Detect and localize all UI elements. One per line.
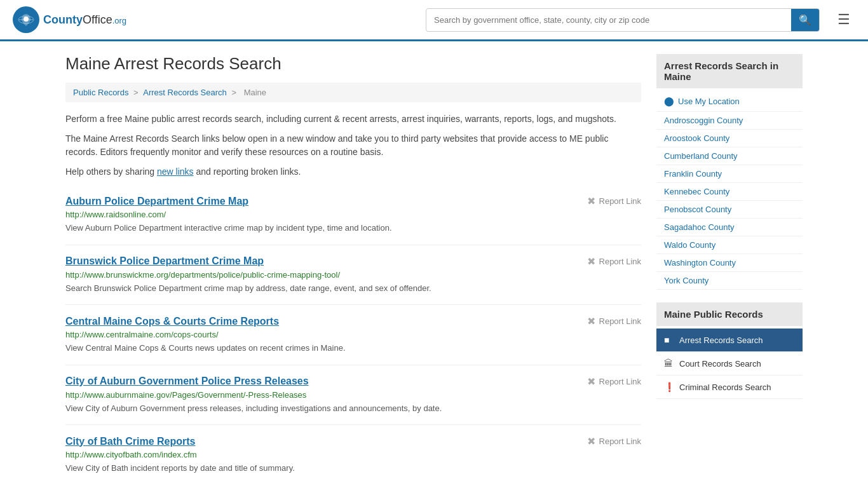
result-header: Auburn Police Department Crime Map ✖ Rep… [65,195,641,207]
search-button[interactable]: 🔍 [791,9,819,31]
result-desc-3: View City of Auburn Government press rel… [65,402,641,415]
county-link-2[interactable]: Cumberland County [656,147,803,165]
intro-paragraph-1: Perform a free Maine public arrest recor… [65,112,641,126]
result-url-3[interactable]: http://www.auburnmaine.gov/Pages/Governm… [65,390,641,400]
sidebar: Arrest Records Search in Maine ⬤ Use My … [656,54,803,485]
public-records-menu: ■Arrest Records Search🏛Court Records Sea… [656,329,803,399]
result-desc-4: View City of Bath incident reports by da… [65,462,641,475]
sidebar-arrest-section: Arrest Records Search in Maine ⬤ Use My … [656,54,803,290]
breadcrumb-maine: Maine [244,88,266,97]
hamburger-icon: ☰ [837,11,850,27]
result-title-2[interactable]: Central Maine Cops & Courts Crime Report… [65,316,279,327]
result-url-2[interactable]: http://www.centralmaine.com/cops-courts/ [65,330,641,339]
report-icon-4: ✖ [587,435,595,447]
logo-link[interactable]: CountyOffice.org [13,6,126,33]
report-icon-2: ✖ [587,315,595,327]
menu-button[interactable]: ☰ [832,9,855,30]
intro-paragraph-2: The Maine Arrest Records Search links be… [65,132,641,159]
county-link-4[interactable]: Kennebec County [656,183,803,201]
public-records-item-1[interactable]: 🏛Court Records Search [656,352,803,376]
menu-label-1: Court Records Search [679,359,761,369]
breadcrumb-sep-1: > [133,88,140,97]
result-item: Auburn Police Department Crime Map ✖ Rep… [65,185,641,245]
main-content: Maine Arrest Records Search Public Recor… [65,54,641,485]
menu-icon-1: 🏛 [664,358,674,369]
report-link-0[interactable]: ✖ Report Link [587,195,641,207]
result-header: City of Bath Crime Reports ✖ Report Link [65,435,641,447]
intro-3-pre: Help others by sharing [65,166,157,177]
result-item: City of Auburn Government Police Press R… [65,365,641,426]
menu-icon-2: ❗ [664,382,674,392]
search-icon: 🔍 [799,15,811,25]
report-icon-0: ✖ [587,195,595,207]
result-header: City of Auburn Government Police Press R… [65,376,641,388]
result-title-0[interactable]: Auburn Police Department Crime Map [65,196,248,207]
county-link-5[interactable]: Penobscot County [656,201,803,219]
result-item: City of Bath Crime Reports ✖ Report Link… [65,425,641,485]
public-records-item-2[interactable]: ❗Criminal Records Search [656,376,803,399]
result-url-1[interactable]: http://www.brunswickme.org/departments/p… [65,270,641,280]
county-link-8[interactable]: Washington County [656,254,803,272]
county-link-3[interactable]: Franklin County [656,165,803,183]
page-title: Maine Arrest Records Search [65,54,641,74]
county-link-6[interactable]: Sagadahoc County [656,219,803,236]
breadcrumb-arrest-records[interactable]: Arrest Records Search [143,88,227,97]
report-link-4[interactable]: ✖ Report Link [587,435,641,447]
svg-point-1 [24,17,29,22]
intro-3-post: and reporting broken links. [194,166,301,177]
result-header: Brunswick Police Department Crime Map ✖ … [65,255,641,268]
new-links-link[interactable]: new links [157,166,194,177]
results-list: Auburn Police Department Crime Map ✖ Rep… [65,185,641,485]
county-link-7[interactable]: Waldo County [656,236,803,254]
report-icon-3: ✖ [587,376,595,388]
result-url-4[interactable]: http://www.cityofbath.com/index.cfm [65,450,641,459]
location-icon: ⬤ [664,96,674,106]
use-location-label: Use My Location [678,97,740,106]
county-link-9[interactable]: York County [656,272,803,290]
result-item: Central Maine Cops & Courts Crime Report… [65,305,641,365]
page-header: CountyOffice.org 🔍 ☰ [0,0,868,41]
breadcrumb: Public Records > Arrest Records Search >… [65,83,641,102]
county-link-0[interactable]: Androscoggin County [656,112,803,130]
report-link-1[interactable]: ✖ Report Link [587,255,641,268]
search-input[interactable] [426,10,791,30]
sidebar-arrest-title: Arrest Records Search in Maine [656,54,803,88]
logo-icon [13,6,39,33]
county-link-1[interactable]: Aroostook County [656,130,803,147]
menu-label-2: Criminal Records Search [679,383,771,392]
report-icon-1: ✖ [587,255,595,268]
menu-label-0: Arrest Records Search [679,336,763,345]
public-records-item-0[interactable]: ■Arrest Records Search [656,329,803,352]
result-title-3[interactable]: City of Auburn Government Police Press R… [65,376,309,387]
breadcrumb-public-records[interactable]: Public Records [73,88,128,97]
report-link-3[interactable]: ✖ Report Link [587,376,641,388]
result-title-4[interactable]: City of Bath Crime Reports [65,436,195,447]
main-container: Maine Arrest Records Search Public Recor… [53,41,815,488]
sidebar-public-records-section: Maine Public Records ■Arrest Records Sea… [656,302,803,399]
menu-icon-0: ■ [664,335,674,345]
result-item: Brunswick Police Department Crime Map ✖ … [65,245,641,306]
result-desc-0: View Auburn Police Department interactiv… [65,222,641,234]
breadcrumb-sep-2: > [231,88,238,97]
sidebar-public-records-title: Maine Public Records [656,302,803,326]
county-links: Androscoggin CountyAroostook CountyCumbe… [656,112,803,290]
use-location-link[interactable]: ⬤ Use My Location [656,91,803,112]
result-desc-1: Search Brunswick Police Department crime… [65,282,641,295]
result-title-1[interactable]: Brunswick Police Department Crime Map [65,255,264,267]
report-link-2[interactable]: ✖ Report Link [587,315,641,327]
search-bar: 🔍 [426,8,820,32]
intro-paragraph-3: Help others by sharing new links and rep… [65,165,641,179]
result-url-0[interactable]: http://www.raidsonline.com/ [65,210,641,219]
logo-text: CountyOffice.org [43,13,126,27]
result-header: Central Maine Cops & Courts Crime Report… [65,315,641,327]
result-desc-2: View Central Maine Cops & Courts news up… [65,342,641,355]
